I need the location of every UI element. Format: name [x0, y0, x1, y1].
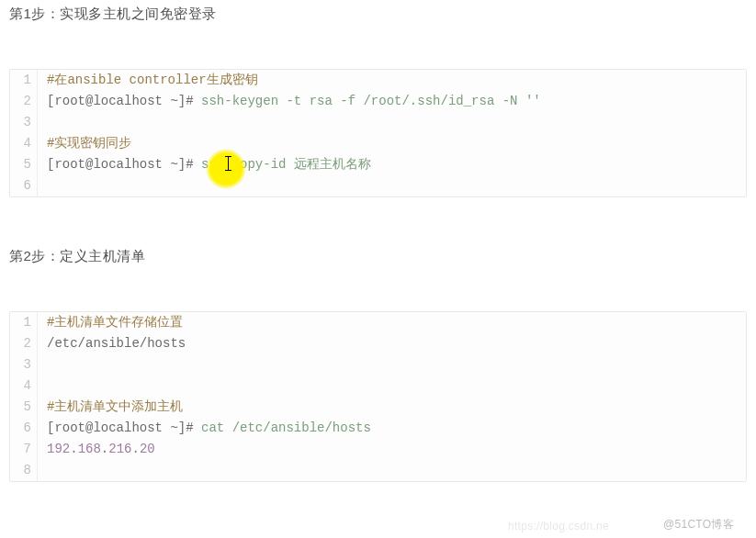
code-token: [root@localhost ~]#	[47, 157, 201, 172]
code-token: ssh-copy-id 远程主机名称	[201, 157, 371, 172]
code-token: [root@localhost ~]#	[47, 94, 201, 108]
line-number: 3	[10, 112, 38, 133]
code-line: 5#主机清单文中添加主机	[10, 397, 746, 418]
code-token: .	[131, 442, 139, 456]
line-number: 5	[10, 154, 38, 175]
line-number: 2	[10, 333, 38, 354]
code-line: 7192.168.216.20	[10, 439, 746, 460]
code-content: /etc/ansible/hosts	[38, 333, 186, 354]
code-line: 6	[10, 175, 746, 196]
code-content: #主机清单文中添加主机	[38, 397, 183, 418]
code-line: 3	[10, 112, 746, 133]
code-content: [root@localhost ~]# ssh-copy-id 远程主机名称	[38, 154, 371, 175]
code-token: .	[70, 442, 77, 456]
code-content: 192.168.216.20	[38, 439, 155, 460]
code-token: [root@localhost ~]#	[47, 420, 201, 435]
code-token: #实现密钥同步	[47, 136, 131, 151]
code-token: #主机清单文中添加主机	[47, 399, 183, 414]
code-token: 20	[140, 442, 155, 456]
code-token: .	[101, 442, 108, 456]
code-line: 3	[10, 354, 746, 375]
code-block-1: 1#在ansible controller生成密钥2[root@localhos…	[9, 69, 747, 197]
code-token: 192	[47, 442, 70, 456]
code-line: 5[root@localhost ~]# ssh-copy-id 远程主机名称	[10, 154, 746, 175]
line-number: 2	[10, 91, 38, 112]
code-content: #主机清单文件存储位置	[38, 312, 183, 333]
code-content	[38, 375, 54, 397]
line-number: 4	[10, 133, 38, 154]
code-line: 1#主机清单文件存储位置	[10, 312, 746, 333]
watermark-51cto: @51CTO博客	[663, 517, 734, 532]
line-number: 1	[10, 312, 38, 333]
line-number: 7	[10, 439, 38, 460]
code-content	[38, 175, 54, 196]
code-line: 2[root@localhost ~]# ssh-keygen -t rsa -…	[10, 91, 746, 112]
code-token: ssh-keygen -t rsa -f /root/.ssh/id_rsa -…	[201, 94, 541, 108]
code-token: 168	[78, 442, 101, 456]
code-line: 4	[10, 375, 746, 397]
step-2-title: 第2步：定义主机清单	[9, 248, 747, 265]
step-1-title: 第1步：实现多主机之间免密登录	[9, 6, 747, 23]
line-number: 4	[10, 375, 38, 397]
code-line: 4#实现密钥同步	[10, 133, 746, 154]
code-line: 1#在ansible controller生成密钥	[10, 70, 746, 91]
code-content	[38, 112, 54, 133]
code-token: cat /etc/ansible/hosts	[201, 420, 371, 435]
code-token: #在ansible controller生成密钥	[47, 73, 258, 87]
code-content	[38, 354, 54, 375]
code-content: [root@localhost ~]# ssh-keygen -t rsa -f…	[38, 91, 541, 112]
code-content: #实现密钥同步	[38, 133, 131, 154]
watermark-csdn: https://blog.csdn.ne	[508, 520, 609, 532]
code-content: [root@localhost ~]# cat /etc/ansible/hos…	[38, 418, 371, 439]
line-number: 8	[10, 460, 38, 481]
line-number: 6	[10, 418, 38, 439]
code-token: #主机清单文件存储位置	[47, 315, 183, 330]
line-number: 6	[10, 175, 38, 196]
code-token: 216	[108, 442, 131, 456]
code-block-2: 1#主机清单文件存储位置2/etc/ansible/hosts3 4 5#主机清…	[9, 311, 747, 482]
line-number: 5	[10, 397, 38, 418]
code-content: #在ansible controller生成密钥	[38, 70, 258, 91]
line-number: 3	[10, 354, 38, 375]
code-line: 6[root@localhost ~]# cat /etc/ansible/ho…	[10, 418, 746, 439]
line-number: 1	[10, 70, 38, 91]
code-line: 2/etc/ansible/hosts	[10, 333, 746, 354]
code-token: /etc/ansible/hosts	[47, 336, 186, 351]
code-content	[38, 460, 54, 481]
code-line: 8	[10, 460, 746, 481]
